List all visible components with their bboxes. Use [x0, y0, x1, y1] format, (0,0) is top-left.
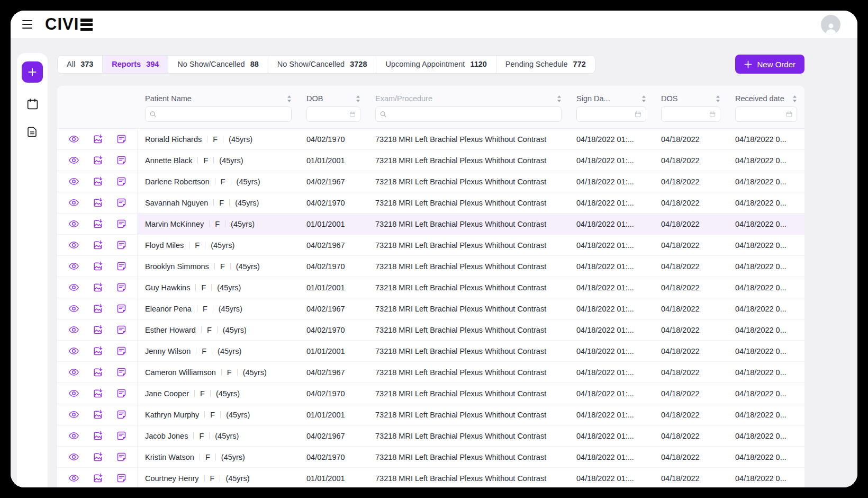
view-button[interactable]: [68, 177, 79, 186]
view-button[interactable]: [68, 304, 79, 313]
main-panel: All 373 Reports 394 No Show/Cancelled 88…: [57, 55, 804, 487]
tab-no-show-cancelled-2[interactable]: No Show/Cancelled 3728: [268, 56, 377, 73]
view-button[interactable]: [68, 241, 79, 250]
table-row[interactable]: Darlene Robertson F (45yrs) 04/02/1967 7…: [57, 171, 804, 192]
download-image-button[interactable]: [93, 346, 103, 357]
report-note-icon: [116, 282, 126, 292]
sidebar-item-calendar[interactable]: [25, 97, 39, 111]
table-row[interactable]: Kathryn Murphy F (45yrs) 01/01/2001 7321…: [57, 404, 804, 425]
download-image-button[interactable]: [93, 261, 103, 272]
row-actions: [57, 447, 138, 467]
table-row[interactable]: Esther Howard F (45yrs) 04/02/1970 73218…: [57, 319, 804, 341]
download-image-button[interactable]: [93, 304, 103, 314]
table-row[interactable]: Floyd Miles F (45yrs) 04/02/1967 73218 M…: [57, 235, 804, 256]
report-note-button[interactable]: [116, 155, 126, 165]
dos-filter-input[interactable]: [666, 110, 706, 118]
sidebar-item-documents[interactable]: [25, 125, 39, 139]
report-note-button[interactable]: [116, 367, 126, 377]
tab-pending-schedule[interactable]: Pending Schedule 772: [496, 56, 595, 73]
report-note-button[interactable]: [116, 346, 126, 356]
table-row[interactable]: Savannah Nguyen F (45yrs) 04/02/1970 732…: [57, 192, 804, 214]
report-note-button[interactable]: [116, 304, 126, 314]
download-image-button[interactable]: [93, 367, 103, 378]
exam-procedure-filter-input[interactable]: [390, 110, 557, 118]
download-image-button[interactable]: [93, 198, 103, 208]
view-button[interactable]: [68, 452, 79, 461]
column-sort-patient-name[interactable]: Patient Name: [145, 92, 292, 105]
table-row[interactable]: Guy Hawkins F (45yrs) 01/01/2001 73218 M…: [57, 277, 804, 298]
view-button[interactable]: [68, 283, 79, 292]
dob-filter-input[interactable]: [311, 110, 346, 118]
download-image-button[interactable]: [93, 176, 103, 187]
view-button[interactable]: [68, 431, 79, 440]
report-note-button[interactable]: [116, 431, 126, 441]
table-row[interactable]: Brooklyn Simmons F (45yrs) 04/02/1970 73…: [57, 256, 804, 277]
user-avatar[interactable]: [821, 15, 840, 34]
download-image-button[interactable]: [93, 240, 103, 251]
view-button[interactable]: [68, 219, 79, 228]
sidebar-new-button[interactable]: [22, 61, 43, 83]
new-order-button[interactable]: New Order: [735, 55, 804, 74]
report-note-button[interactable]: [116, 388, 126, 398]
report-note-button[interactable]: [116, 176, 126, 186]
tab-no-show-cancelled-1[interactable]: No Show/Cancelled 88: [168, 56, 268, 73]
view-button[interactable]: [68, 198, 79, 207]
table-row[interactable]: Jenny Wilson F (45yrs) 01/01/2001 73218 …: [57, 341, 804, 362]
view-button[interactable]: [68, 262, 79, 271]
report-note-button[interactable]: [116, 240, 126, 250]
download-image-button[interactable]: [93, 134, 103, 145]
report-note-button[interactable]: [116, 134, 126, 144]
view-button[interactable]: [68, 368, 79, 377]
tab-upcoming-appointment[interactable]: Upcoming Appointment 1120: [376, 56, 496, 73]
tab-all[interactable]: All 373: [58, 56, 103, 73]
download-image-button[interactable]: [93, 388, 103, 399]
download-image-button[interactable]: [93, 219, 103, 229]
patient-age: (45yrs): [216, 389, 240, 398]
table-row[interactable]: Eleanor Pena F (45yrs) 04/02/1967 73218 …: [57, 298, 804, 319]
report-note-button[interactable]: [116, 261, 126, 271]
patient-name-filter-input[interactable]: [159, 110, 287, 118]
report-note-button[interactable]: [116, 282, 126, 292]
download-image-button[interactable]: [93, 431, 103, 441]
view-button[interactable]: [68, 474, 79, 483]
download-image-button[interactable]: [93, 155, 103, 166]
sign-date-filter-input[interactable]: [581, 110, 631, 118]
view-button[interactable]: [68, 135, 79, 144]
download-image-button[interactable]: [93, 410, 103, 420]
column-sort-dos[interactable]: DOS: [661, 92, 720, 105]
report-note-button[interactable]: [116, 452, 126, 462]
download-image-button[interactable]: [93, 473, 103, 484]
column-sort-sign-date[interactable]: Sign Da...: [576, 92, 646, 105]
report-note-button[interactable]: [116, 410, 126, 420]
separator: [215, 178, 215, 185]
report-note-button[interactable]: [116, 325, 126, 335]
view-button[interactable]: [68, 389, 79, 398]
table-row[interactable]: Annette Black F (45yrs) 01/01/2001 73218…: [57, 150, 804, 171]
received-date-filter-input[interactable]: [740, 110, 783, 118]
table-row[interactable]: Courtney Henry F (45yrs) 01/01/2001 7321…: [57, 468, 804, 487]
received-date-cell: 04/18/2022 0...: [728, 362, 804, 383]
patient-name: Guy Hawkins: [145, 283, 190, 292]
view-button[interactable]: [68, 325, 79, 334]
download-image-button[interactable]: [93, 325, 103, 335]
table-row[interactable]: Jacob Jones F (45yrs) 04/02/1967 73218 M…: [57, 425, 804, 447]
table-row[interactable]: Marvin McKinney F (45yrs) 01/01/2001 732…: [57, 214, 804, 235]
view-button[interactable]: [68, 410, 79, 419]
report-note-button[interactable]: [116, 219, 126, 229]
column-sort-exam-procedure[interactable]: Exam/Procedure: [375, 92, 562, 105]
report-note-button[interactable]: [116, 473, 126, 483]
table-row[interactable]: Kristin Watson F (45yrs) 04/02/1970 7321…: [57, 447, 804, 468]
download-image-button[interactable]: [93, 452, 103, 463]
report-note-button[interactable]: [116, 198, 126, 208]
download-image-button[interactable]: [93, 282, 103, 293]
table-row[interactable]: Jane Cooper F (45yrs) 04/02/1970 73218 M…: [57, 383, 804, 404]
tab-reports[interactable]: Reports 394: [103, 56, 168, 73]
view-button[interactable]: [68, 346, 79, 355]
column-sort-received-date[interactable]: Received date: [735, 92, 797, 105]
received-date-cell: 04/18/2022 0...: [728, 192, 804, 213]
hamburger-menu-icon[interactable]: [22, 20, 35, 29]
column-sort-dob[interactable]: DOB: [306, 92, 360, 105]
table-row[interactable]: Ronald Richards F (45yrs) 04/02/1970 732…: [57, 129, 804, 150]
view-button[interactable]: [68, 156, 79, 165]
table-row[interactable]: Cameron Williamson F (45yrs) 04/02/1967 …: [57, 362, 804, 383]
